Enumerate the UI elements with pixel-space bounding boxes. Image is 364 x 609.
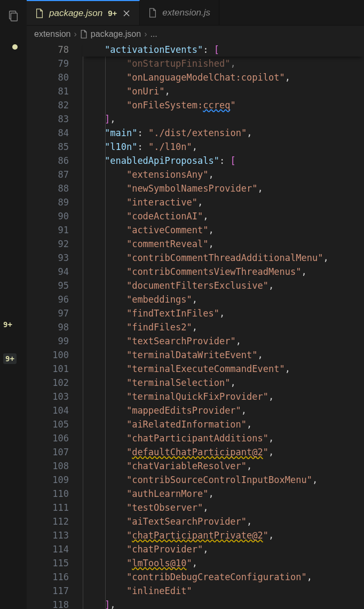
code-line: "inlineEdit" <box>83 584 364 598</box>
line-number: 100 <box>27 348 69 362</box>
line-number: 105 <box>27 417 69 431</box>
code-line: "testObserver", <box>83 501 364 515</box>
line-number: 109 <box>27 473 69 487</box>
code-line: "l10n": "./l10n", <box>83 140 364 154</box>
line-number: 86 <box>27 154 69 168</box>
tab-extension-js[interactable]: extension.js <box>140 0 219 25</box>
code-line: "chatVariableResolver", <box>83 459 364 473</box>
line-number: 87 <box>27 168 69 181</box>
code-line: "chatParticipantAdditions", <box>83 431 364 445</box>
line-number: 99 <box>27 334 69 348</box>
scm-badge[interactable]: 9+ <box>3 320 12 329</box>
line-number: 91 <box>27 223 69 237</box>
line-number: 111 <box>27 501 69 515</box>
svg-rect-1 <box>11 13 17 21</box>
breadcrumb-item[interactable]: package.json <box>91 29 141 39</box>
line-number: 89 <box>27 195 69 209</box>
code-line: "chatProvider", <box>83 542 364 556</box>
line-number: 81 <box>27 84 69 98</box>
line-number: 104 <box>27 404 69 417</box>
code-line: "terminalQuickFixProvider", <box>83 390 364 404</box>
tab-label: extension.js <box>162 7 210 18</box>
tab-bar: package.json 9+ extension.js <box>27 0 364 26</box>
code-content[interactable]: "activationEvents": [ "onStartupFinished… <box>83 43 364 609</box>
code-line: "aiRelatedInformation", <box>83 417 364 431</box>
activity-bar: 9+ 9+ <box>0 0 27 609</box>
code-line: ], <box>83 112 364 126</box>
code-line: "activeComment", <box>83 223 364 237</box>
line-number: 103 <box>27 390 69 404</box>
breadcrumb-item[interactable]: ... <box>150 29 157 39</box>
code-line: "main": "./dist/extension", <box>83 126 364 140</box>
code-line: "terminalDataWriteEvent", <box>83 348 364 362</box>
line-number: 102 <box>27 376 69 390</box>
json-file-icon <box>35 9 44 18</box>
code-line: "onFileSystem:ccreq" <box>83 98 364 112</box>
line-number: 82 <box>27 98 69 112</box>
code-line: "newSymbolNamesProvider", <box>83 181 364 195</box>
code-line: "findTextInFiles", <box>83 306 364 320</box>
line-number: 118 <box>27 598 69 609</box>
line-number: 114 <box>27 542 69 556</box>
breadcrumb[interactable]: extension › package.json › ... <box>27 26 364 43</box>
close-icon[interactable] <box>122 9 131 18</box>
code-line: "terminalExecuteCommandEvent", <box>83 362 364 376</box>
line-number: 84 <box>27 126 69 140</box>
code-line: "terminalSelection", <box>83 376 364 390</box>
problems-badge[interactable]: 9+ <box>3 353 17 364</box>
line-number: 101 <box>27 362 69 376</box>
code-line: "commentReveal", <box>83 237 364 251</box>
code-line: "contribCommentThreadAdditionalMenu", <box>83 251 364 265</box>
line-number: 116 <box>27 570 69 584</box>
line-number: 107 <box>27 445 69 459</box>
code-line: "authLearnMore", <box>83 487 364 501</box>
code-line: "embeddings", <box>83 292 364 306</box>
code-line: "findFiles2", <box>83 320 364 334</box>
code-line: "onLanguageModelChat:copilot", <box>83 70 364 84</box>
line-number: 113 <box>27 528 69 542</box>
editor-group: package.json 9+ extension.js extension ›… <box>27 0 364 609</box>
sticky-scroll-line[interactable]: "activationEvents": [ <box>83 43 364 57</box>
code-line: "contribCommentsViewThreadMenus", <box>83 265 364 279</box>
breadcrumb-item[interactable]: extension <box>34 29 71 39</box>
json-file-icon <box>80 30 88 38</box>
line-number: 92 <box>27 237 69 251</box>
code-line: "onStartupFinished", <box>83 57 364 70</box>
code-line: "textSearchProvider", <box>83 334 364 348</box>
code-line: "codeActionAI", <box>83 209 364 223</box>
explorer-icon[interactable] <box>6 9 21 23</box>
code-line: ], <box>83 598 364 609</box>
chevron-right-icon: › <box>74 29 77 39</box>
line-number: 97 <box>27 306 69 320</box>
code-line: "contribSourceControlInputBoxMenu", <box>83 473 364 487</box>
js-file-icon <box>148 8 157 18</box>
code-line: "interactive", <box>83 195 364 209</box>
line-number: 88 <box>27 181 69 195</box>
code-line: "onUri", <box>83 84 364 98</box>
code-line: "mappedEditsProvider", <box>83 404 364 417</box>
tab-label: package.json <box>49 8 102 19</box>
modified-dot-icon <box>6 39 21 54</box>
line-number: 94 <box>27 265 69 279</box>
code-line: "enabledApiProposals": [ <box>83 154 364 168</box>
chevron-right-icon: › <box>144 29 147 39</box>
code-line: "lmTools@10", <box>83 556 364 570</box>
line-gutter: 78 79 80 81 82 83 84 85 86 87 88 89 90 9… <box>27 43 83 609</box>
line-number: 78 <box>27 43 69 57</box>
line-number: 96 <box>27 292 69 306</box>
code-editor[interactable]: 78 79 80 81 82 83 84 85 86 87 88 89 90 9… <box>27 43 364 609</box>
line-number: 95 <box>27 279 69 292</box>
code-line: "extensionsAny", <box>83 168 364 181</box>
tab-badge: 9+ <box>108 9 117 18</box>
line-number: 112 <box>27 515 69 528</box>
code-line: "defaultChatParticipant@2", <box>83 445 364 459</box>
line-number: 80 <box>27 70 69 84</box>
tab-package-json[interactable]: package.json 9+ <box>27 0 140 25</box>
line-number: 83 <box>27 112 69 126</box>
line-number: 115 <box>27 556 69 570</box>
line-number: 85 <box>27 140 69 154</box>
line-number: 79 <box>27 57 69 70</box>
code-line: "contribDebugCreateConfiguration", <box>83 570 364 584</box>
code-line: "aiTextSearchProvider", <box>83 515 364 528</box>
line-number: 93 <box>27 251 69 265</box>
